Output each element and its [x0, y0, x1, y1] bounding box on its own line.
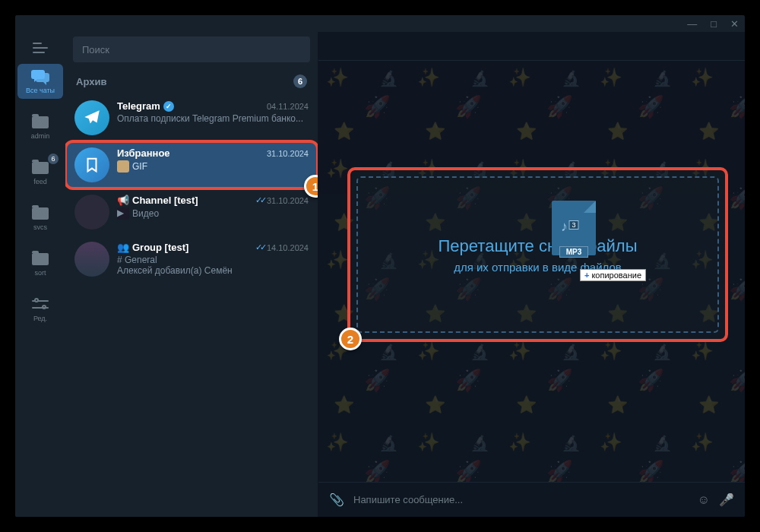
folder-icon	[30, 114, 50, 131]
chat-preview: Алексей добавил(а) Семён	[117, 265, 309, 276]
message-input[interactable]: Напишите сообщение...	[353, 494, 689, 505]
drop-title: Перетащите сюда файлы	[439, 236, 638, 256]
chat-date: 04.11.2024	[267, 102, 309, 111]
dragged-file: ♪ 3 MP3	[552, 201, 596, 258]
chat-name: Telegram✓	[117, 100, 174, 112]
tab-label: Все чаты	[26, 87, 55, 94]
titlebar: — □ ✕	[15, 15, 745, 32]
chat-date: ✓✓31.10.2024	[255, 195, 309, 205]
archive-count: 6	[293, 74, 307, 88]
group-icon: 👥	[117, 242, 129, 253]
chat-name: 👥Group [test]	[117, 242, 188, 253]
folder-icon	[30, 251, 50, 268]
tab-admin[interactable]: admin	[17, 109, 63, 144]
chats-icon	[30, 68, 50, 85]
drop-zone[interactable]: Перетащите сюда файлы для их отправки в …	[347, 167, 728, 342]
plus-icon: +	[584, 271, 589, 280]
file-ext-label: MP3	[559, 246, 589, 258]
chat-name: Избранное	[117, 147, 170, 159]
close-button[interactable]: ✕	[730, 18, 739, 30]
avatar	[74, 242, 109, 277]
menu-icon[interactable]	[33, 43, 48, 53]
gif-thumb	[117, 160, 129, 173]
app-window: — □ ✕ Все чаты admin 6 feed	[15, 15, 745, 517]
chat-item-group[interactable]: 👥Group [test] ✓✓14.10.2024 # General Але…	[65, 236, 318, 283]
tab-all-chats[interactable]: Все чаты	[17, 64, 63, 99]
archive-label: Архив	[76, 76, 106, 87]
chat-list: Поиск Архив 6 Telegram✓ 04.11.2024 Оплат…	[65, 32, 318, 517]
folder-tabs: Все чаты admin 6 feed svcs sort Ред.	[15, 32, 65, 517]
maximize-button[interactable]: □	[711, 18, 717, 30]
folder-icon	[30, 160, 50, 176]
file-count: 3	[568, 220, 578, 230]
tab-label: admin	[31, 132, 50, 140]
megaphone-icon: 📢	[117, 195, 129, 206]
chat-item-telegram[interactable]: Telegram✓ 04.11.2024 Оплата подписки Tel…	[65, 94, 318, 141]
chat-header[interactable]	[318, 32, 745, 61]
annotation-marker-2: 2	[339, 328, 362, 350]
tab-sort[interactable]: sort	[17, 246, 63, 281]
tab-svcs[interactable]: svcs	[17, 201, 63, 236]
tab-label: sort	[34, 269, 46, 277]
copy-tooltip: + копирование	[580, 269, 646, 281]
chat-item-saved[interactable]: Избранное 31.10.2024 GIF 1	[65, 141, 318, 188]
settings-icon	[30, 296, 50, 313]
attach-icon[interactable]: 📎	[329, 492, 344, 507]
avatar	[74, 195, 109, 230]
tab-label: Ред.	[33, 315, 47, 322]
chat-date: ✓✓14.10.2024	[255, 242, 309, 252]
minimize-button[interactable]: —	[687, 18, 697, 30]
message-input-bar[interactable]: 📎 Напишите сообщение... ☺ 🎤	[318, 482, 745, 517]
archive-row[interactable]: Архив 6	[65, 68, 318, 94]
unread-badge: 6	[48, 154, 59, 164]
read-checks-icon: ✓✓	[255, 242, 264, 252]
chat-preview: GIF	[132, 161, 147, 172]
emoji-icon[interactable]: ☺	[698, 493, 710, 507]
avatar	[74, 100, 109, 135]
verified-icon: ✓	[163, 101, 174, 112]
tab-feed[interactable]: 6 feed	[17, 155, 63, 190]
chat-area: ✨🚀⭐🔬 Перетащите сюда файлы для их отправ…	[318, 32, 745, 517]
folder-icon	[30, 205, 50, 222]
music-note-icon: ♪	[561, 219, 568, 235]
tab-edit[interactable]: Ред.	[17, 292, 63, 327]
chat-date: 31.10.2024	[267, 149, 309, 158]
read-checks-icon: ✓✓	[255, 195, 264, 205]
video-thumb: ▶	[117, 207, 129, 220]
chat-preview: Оплата подписки Telegram Premium банко..…	[117, 113, 309, 124]
tab-label: feed	[33, 178, 47, 185]
avatar	[74, 147, 109, 182]
chat-name: 📢Channel [test]	[117, 195, 198, 206]
chat-item-channel[interactable]: 📢Channel [test] ✓✓31.10.2024 ▶Видео	[65, 188, 318, 236]
voice-icon[interactable]: 🎤	[719, 492, 734, 507]
search-input[interactable]: Поиск	[73, 36, 310, 62]
tab-label: svcs	[33, 223, 47, 231]
chat-preview: Видео	[132, 208, 159, 219]
chat-topic: # General	[117, 255, 309, 265]
